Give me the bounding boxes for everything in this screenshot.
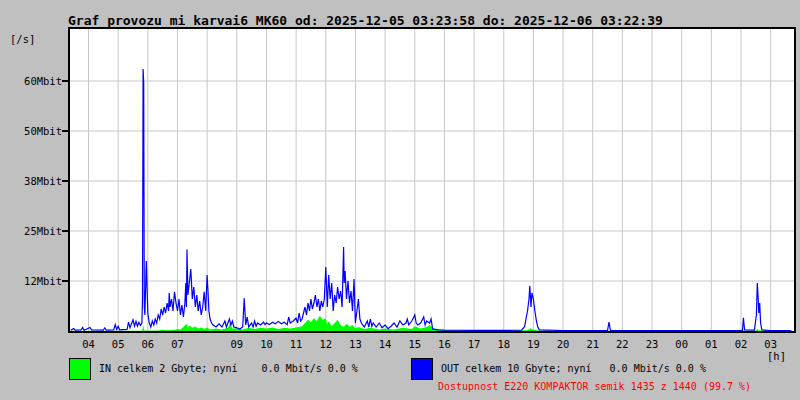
in-legend-label: IN celkem 2 Gbyte; nyní 0.0 Mbit/s 0.0 % bbox=[99, 363, 358, 375]
x-tick-label: 16 bbox=[434, 338, 454, 350]
x-tick-label: 11 bbox=[286, 338, 306, 350]
x-tick-label: 17 bbox=[464, 338, 484, 350]
y-tick-mark bbox=[62, 80, 68, 82]
x-tick-label: 03 bbox=[761, 338, 781, 350]
x-tick-label: 06 bbox=[138, 338, 158, 350]
y-tick-label: 25Mbit bbox=[10, 225, 62, 237]
x-tick-label: 00 bbox=[672, 338, 692, 350]
x-tick-label: 04 bbox=[79, 338, 99, 350]
out-legend-swatch bbox=[411, 358, 433, 380]
in-legend-swatch bbox=[69, 358, 91, 380]
out-traffic-series bbox=[71, 69, 792, 331]
y-tick-mark bbox=[62, 130, 68, 132]
y-tick-label: 60Mbit bbox=[10, 75, 62, 87]
x-tick-label: 23 bbox=[642, 338, 662, 350]
x-tick-label: 19 bbox=[523, 338, 543, 350]
x-tick-label: 15 bbox=[405, 338, 425, 350]
mrtg-traffic-page: Graf provozu mi_karvai6_MK60 od: 2025-12… bbox=[0, 0, 800, 400]
x-tick-label: 22 bbox=[612, 338, 632, 350]
y-tick-label: 50Mbit bbox=[10, 125, 62, 137]
x-tick-label: 14 bbox=[375, 338, 395, 350]
y-tick-mark bbox=[62, 180, 68, 182]
y-tick-mark bbox=[62, 280, 68, 282]
x-tick-label: 13 bbox=[345, 338, 365, 350]
x-tick-label: 07 bbox=[167, 338, 187, 350]
page-title: Graf provozu mi_karvai6_MK60 od: 2025-12… bbox=[68, 13, 663, 28]
out-legend-label: OUT celkem 10 Gbyte; nyní 0.0 Mbit/s 0.0… bbox=[441, 363, 706, 375]
x-tick-label: 05 bbox=[108, 338, 128, 350]
x-tick-label: 02 bbox=[731, 338, 751, 350]
y-tick-label: 12Mbit bbox=[10, 275, 62, 287]
plot-frame bbox=[68, 27, 796, 333]
y-tick-mark bbox=[62, 230, 68, 232]
x-tick-label: 10 bbox=[256, 338, 276, 350]
x-tick-label: 18 bbox=[494, 338, 514, 350]
x-tick-label: 20 bbox=[553, 338, 573, 350]
x-axis-unit-label: [h] bbox=[767, 350, 786, 362]
y-tick-label: 38Mbit bbox=[10, 175, 62, 187]
x-tick-label: 12 bbox=[316, 338, 336, 350]
availability-text: Dostupnost E220 KOMPAKTOR semik 1435 z 1… bbox=[438, 381, 751, 393]
y-axis-unit-label: [/s] bbox=[10, 33, 35, 45]
traffic-chart bbox=[70, 29, 794, 331]
x-tick-label: 21 bbox=[583, 338, 603, 350]
x-tick-label: 01 bbox=[701, 338, 721, 350]
x-tick-label: 09 bbox=[227, 338, 247, 350]
